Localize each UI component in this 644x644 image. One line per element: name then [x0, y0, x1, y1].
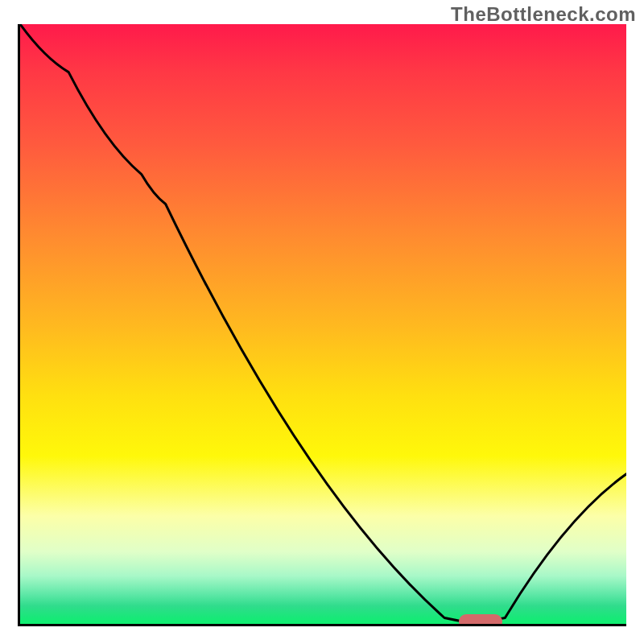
- chart-frame: TheBottleneck.com: [0, 0, 644, 644]
- watermark-text: TheBottleneck.com: [451, 3, 636, 26]
- optimal-marker: [459, 614, 502, 626]
- bottleneck-curve: [20, 24, 626, 624]
- plot-area: [18, 24, 626, 626]
